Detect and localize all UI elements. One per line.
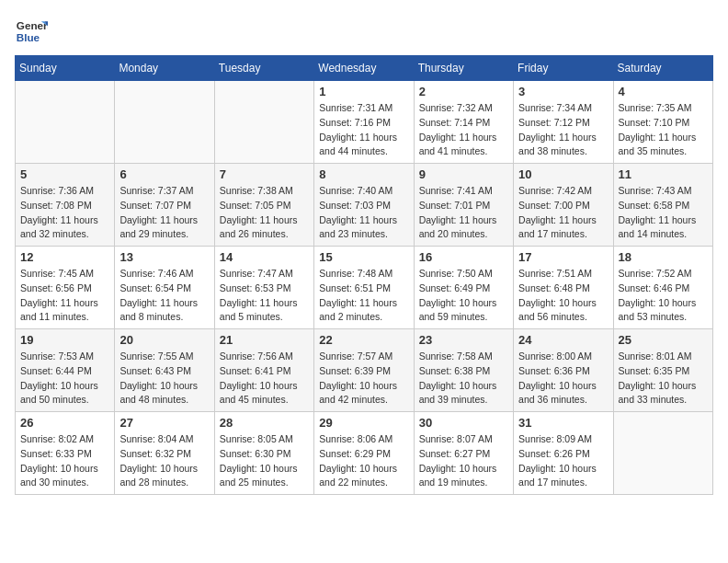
- day-number: 2: [419, 85, 508, 98]
- day-info: Sunrise: 7:51 AMSunset: 6:48 PMDaylight:…: [518, 268, 597, 322]
- calendar-cell: 18 Sunrise: 7:52 AMSunset: 6:46 PMDaylig…: [613, 247, 712, 329]
- day-number: 14: [220, 250, 309, 264]
- calendar-cell: 13 Sunrise: 7:46 AMSunset: 6:54 PMDaylig…: [115, 247, 214, 329]
- calendar-cell: 12 Sunrise: 7:45 AMSunset: 6:56 PMDaylig…: [16, 247, 115, 329]
- day-info: Sunrise: 8:01 AMSunset: 6:35 PMDaylight:…: [619, 350, 697, 405]
- calendar-cell: 22 Sunrise: 7:57 AMSunset: 6:39 PMDaylig…: [314, 329, 414, 412]
- calendar-cell: 8 Sunrise: 7:40 AMSunset: 7:03 PMDayligh…: [314, 164, 414, 247]
- day-number: 9: [419, 167, 508, 181]
- weekday-header-row: SundayMondayTuesdayWednesdayThursdayFrid…: [16, 56, 713, 81]
- calendar-cell: 14 Sunrise: 7:47 AMSunset: 6:53 PMDaylig…: [214, 247, 313, 329]
- calendar-cell: 19 Sunrise: 7:53 AMSunset: 6:44 PMDaylig…: [16, 329, 115, 412]
- svg-text:Blue: Blue: [17, 31, 40, 43]
- weekday-header: Friday: [514, 56, 613, 81]
- day-number: 10: [518, 167, 608, 181]
- weekday-header: Saturday: [613, 56, 712, 81]
- day-number: 5: [20, 167, 109, 181]
- weekday-header: Sunday: [16, 56, 115, 81]
- weekday-header: Thursday: [414, 56, 513, 81]
- calendar-cell: 28 Sunrise: 8:05 AMSunset: 6:30 PMDaylig…: [214, 412, 313, 495]
- day-number: 16: [419, 250, 508, 264]
- day-number: 13: [119, 250, 209, 264]
- day-info: Sunrise: 7:37 AMSunset: 7:07 PMDaylight:…: [119, 185, 198, 239]
- day-number: 15: [319, 250, 408, 264]
- calendar-week-row: 5 Sunrise: 7:36 AMSunset: 7:08 PMDayligh…: [16, 164, 713, 247]
- calendar-cell: 15 Sunrise: 7:48 AMSunset: 6:51 PMDaylig…: [314, 247, 414, 329]
- day-info: Sunrise: 7:32 AMSunset: 7:14 PMDaylight:…: [419, 102, 497, 156]
- day-number: 3: [518, 85, 608, 98]
- day-number: 28: [220, 416, 309, 430]
- calendar-cell: 20 Sunrise: 7:55 AMSunset: 6:43 PMDaylig…: [115, 329, 214, 412]
- day-info: Sunrise: 7:34 AMSunset: 7:12 PMDaylight:…: [518, 102, 597, 156]
- svg-text:General: General: [17, 19, 48, 31]
- day-info: Sunrise: 7:43 AMSunset: 6:58 PMDaylight:…: [619, 185, 697, 239]
- day-info: Sunrise: 7:38 AMSunset: 7:05 PMDaylight:…: [220, 185, 298, 239]
- day-number: 4: [619, 85, 708, 98]
- day-number: 26: [20, 416, 109, 430]
- calendar-cell: [214, 81, 313, 164]
- day-info: Sunrise: 7:40 AMSunset: 7:03 PMDaylight:…: [319, 185, 397, 239]
- day-number: 8: [319, 167, 408, 181]
- logo: General Blue: [15, 15, 48, 48]
- day-info: Sunrise: 7:47 AMSunset: 6:53 PMDaylight:…: [220, 268, 298, 322]
- calendar-cell: 1 Sunrise: 7:31 AMSunset: 7:16 PMDayligh…: [314, 81, 414, 164]
- calendar-table: SundayMondayTuesdayWednesdayThursdayFrid…: [15, 55, 713, 495]
- logo-icon: General Blue: [15, 15, 48, 48]
- day-number: 6: [119, 167, 209, 181]
- calendar-cell: 25 Sunrise: 8:01 AMSunset: 6:35 PMDaylig…: [613, 329, 712, 412]
- day-info: Sunrise: 7:45 AMSunset: 6:56 PMDaylight:…: [20, 268, 98, 322]
- calendar-week-row: 19 Sunrise: 7:53 AMSunset: 6:44 PMDaylig…: [16, 329, 713, 412]
- day-number: 7: [220, 167, 309, 181]
- calendar-week-row: 1 Sunrise: 7:31 AMSunset: 7:16 PMDayligh…: [16, 81, 713, 164]
- day-info: Sunrise: 7:52 AMSunset: 6:46 PMDaylight:…: [619, 268, 697, 322]
- calendar-cell: 24 Sunrise: 8:00 AMSunset: 6:36 PMDaylig…: [514, 329, 613, 412]
- calendar-cell: 30 Sunrise: 8:07 AMSunset: 6:27 PMDaylig…: [414, 412, 513, 495]
- calendar-cell: 5 Sunrise: 7:36 AMSunset: 7:08 PMDayligh…: [16, 164, 115, 247]
- day-info: Sunrise: 8:04 AMSunset: 6:32 PMDaylight:…: [119, 433, 198, 488]
- calendar-cell: 9 Sunrise: 7:41 AMSunset: 7:01 PMDayligh…: [414, 164, 513, 247]
- calendar-cell: 27 Sunrise: 8:04 AMSunset: 6:32 PMDaylig…: [115, 412, 214, 495]
- day-number: 22: [319, 333, 408, 347]
- day-number: 31: [518, 416, 608, 430]
- day-info: Sunrise: 7:53 AMSunset: 6:44 PMDaylight:…: [20, 350, 98, 405]
- calendar-cell: [613, 412, 712, 495]
- day-info: Sunrise: 8:06 AMSunset: 6:29 PMDaylight:…: [319, 433, 397, 488]
- calendar-cell: 23 Sunrise: 7:58 AMSunset: 6:38 PMDaylig…: [414, 329, 513, 412]
- weekday-header: Tuesday: [214, 56, 313, 81]
- page-header: General Blue: [15, 15, 713, 48]
- day-info: Sunrise: 7:31 AMSunset: 7:16 PMDaylight:…: [319, 102, 397, 156]
- day-number: 24: [518, 333, 608, 347]
- calendar-cell: 21 Sunrise: 7:56 AMSunset: 6:41 PMDaylig…: [214, 329, 313, 412]
- day-info: Sunrise: 7:46 AMSunset: 6:54 PMDaylight:…: [119, 268, 198, 322]
- day-number: 11: [619, 167, 708, 181]
- calendar-cell: 3 Sunrise: 7:34 AMSunset: 7:12 PMDayligh…: [514, 81, 613, 164]
- day-info: Sunrise: 7:58 AMSunset: 6:38 PMDaylight:…: [419, 350, 497, 405]
- calendar-cell: 10 Sunrise: 7:42 AMSunset: 7:00 PMDaylig…: [514, 164, 613, 247]
- calendar-cell: 7 Sunrise: 7:38 AMSunset: 7:05 PMDayligh…: [214, 164, 313, 247]
- calendar-cell: [16, 81, 115, 164]
- day-number: 19: [20, 333, 109, 347]
- day-number: 27: [119, 416, 209, 430]
- weekday-header: Wednesday: [314, 56, 414, 81]
- calendar-cell: 16 Sunrise: 7:50 AMSunset: 6:49 PMDaylig…: [414, 247, 513, 329]
- calendar-week-row: 26 Sunrise: 8:02 AMSunset: 6:33 PMDaylig…: [16, 412, 713, 495]
- day-number: 30: [419, 416, 508, 430]
- day-info: Sunrise: 7:41 AMSunset: 7:01 PMDaylight:…: [419, 185, 497, 239]
- calendar-week-row: 12 Sunrise: 7:45 AMSunset: 6:56 PMDaylig…: [16, 247, 713, 329]
- calendar-cell: 11 Sunrise: 7:43 AMSunset: 6:58 PMDaylig…: [613, 164, 712, 247]
- calendar-cell: 6 Sunrise: 7:37 AMSunset: 7:07 PMDayligh…: [115, 164, 214, 247]
- day-info: Sunrise: 7:56 AMSunset: 6:41 PMDaylight:…: [220, 350, 298, 405]
- day-info: Sunrise: 7:42 AMSunset: 7:00 PMDaylight:…: [518, 185, 597, 239]
- day-info: Sunrise: 7:50 AMSunset: 6:49 PMDaylight:…: [419, 268, 497, 322]
- calendar-cell: 31 Sunrise: 8:09 AMSunset: 6:26 PMDaylig…: [514, 412, 613, 495]
- day-info: Sunrise: 8:09 AMSunset: 6:26 PMDaylight:…: [518, 433, 597, 488]
- calendar-cell: 29 Sunrise: 8:06 AMSunset: 6:29 PMDaylig…: [314, 412, 414, 495]
- weekday-header: Monday: [115, 56, 214, 81]
- calendar-cell: 17 Sunrise: 7:51 AMSunset: 6:48 PMDaylig…: [514, 247, 613, 329]
- day-number: 23: [419, 333, 508, 347]
- calendar-cell: 4 Sunrise: 7:35 AMSunset: 7:10 PMDayligh…: [613, 81, 712, 164]
- calendar-cell: [115, 81, 214, 164]
- day-info: Sunrise: 7:35 AMSunset: 7:10 PMDaylight:…: [619, 102, 697, 156]
- day-info: Sunrise: 8:07 AMSunset: 6:27 PMDaylight:…: [419, 433, 497, 488]
- day-info: Sunrise: 8:00 AMSunset: 6:36 PMDaylight:…: [518, 350, 597, 405]
